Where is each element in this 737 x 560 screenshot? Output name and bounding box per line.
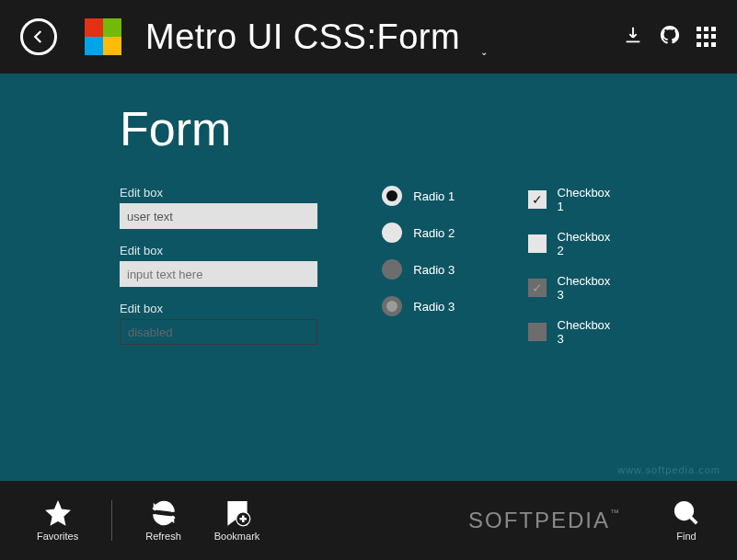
arrow-left-icon	[30, 29, 47, 45]
edit-box-disabled	[120, 319, 317, 345]
checkbox-4-disabled: Checkbox 3	[528, 318, 617, 346]
checkbox-icon: ✓	[528, 190, 546, 209]
bookmark-icon	[224, 499, 251, 527]
github-icon[interactable]	[660, 25, 680, 49]
refresh-icon	[150, 499, 178, 527]
radio-icon	[382, 223, 402, 243]
favorites-label: Favorites	[37, 531, 78, 542]
svg-point-1	[676, 503, 693, 520]
checkbox-icon	[528, 323, 546, 341]
download-icon[interactable]	[623, 25, 643, 49]
radio-label: Radio 1	[413, 189, 455, 203]
windows-logo-icon	[85, 18, 121, 55]
checkbox-label: Checkbox 3	[558, 318, 617, 346]
find-button[interactable]: Find	[673, 499, 700, 542]
field-label: Edit box	[120, 302, 317, 315]
checkbox-icon: ✓	[528, 279, 546, 297]
checkbox-label: Checkbox 3	[558, 274, 617, 302]
radio-label: Radio 2	[413, 226, 455, 240]
radio-icon	[382, 259, 402, 280]
radio-option-3-disabled: Radio 3	[382, 259, 464, 280]
radio-label: Radio 3	[413, 300, 455, 314]
checkbox-3-disabled: ✓ Checkbox 3	[528, 274, 617, 302]
favorites-button[interactable]: Favorites	[37, 499, 78, 542]
bookmark-label: Bookmark	[214, 531, 260, 542]
app-title: Metro UI CSS:Form	[145, 17, 460, 57]
search-icon	[673, 499, 700, 527]
checkbox-label: Checkbox 2	[558, 230, 617, 257]
page-heading: Form	[120, 101, 617, 156]
radio-option-4-disabled: Radio 3	[382, 296, 464, 316]
bookmark-button[interactable]: Bookmark	[214, 499, 260, 542]
field-label: Edit box	[120, 244, 317, 257]
refresh-label: Refresh	[145, 531, 181, 542]
radio-label: Radio 3	[413, 263, 455, 277]
checkbox-icon	[528, 234, 546, 253]
radio-option-2[interactable]: Radio 2	[382, 223, 464, 243]
star-icon	[44, 499, 72, 527]
brand-logo: SOFTPEDIA™	[468, 508, 621, 533]
find-label: Find	[676, 531, 696, 542]
checkbox-2[interactable]: Checkbox 2	[528, 230, 617, 257]
edit-box-1[interactable]	[120, 203, 317, 229]
checkbox-1[interactable]: ✓ Checkbox 1	[528, 186, 617, 213]
edit-box-2[interactable]	[120, 261, 317, 287]
radio-option-1[interactable]: Radio 1	[382, 186, 464, 206]
radio-icon	[382, 296, 402, 316]
watermark-text: www.softpedia.com	[617, 464, 720, 475]
checkbox-label: Checkbox 1	[558, 186, 617, 213]
field-label: Edit box	[120, 186, 317, 200]
refresh-button[interactable]: Refresh	[145, 499, 181, 542]
apps-grid-icon[interactable]	[697, 27, 717, 47]
radio-icon	[382, 186, 402, 206]
divider	[111, 500, 112, 541]
dropdown-caret-icon[interactable]: ⌄	[480, 47, 488, 57]
back-button[interactable]	[20, 18, 57, 55]
